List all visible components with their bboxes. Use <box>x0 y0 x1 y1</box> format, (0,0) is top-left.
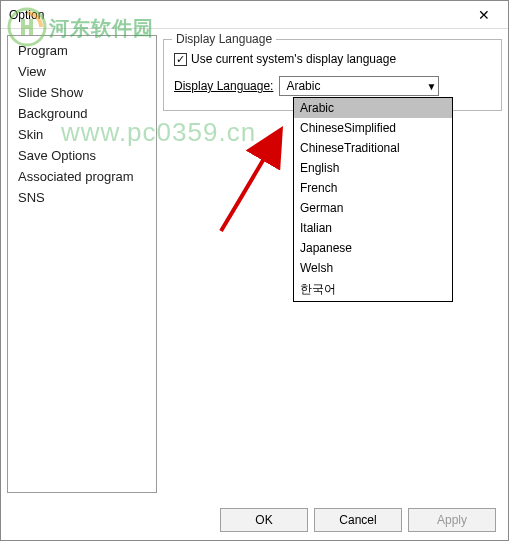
cancel-button[interactable]: Cancel <box>314 508 402 532</box>
sidebar-item-slide-show[interactable]: Slide Show <box>8 82 156 103</box>
dropdown-item-italian[interactable]: Italian <box>294 218 452 238</box>
sidebar-item-skin[interactable]: Skin <box>8 124 156 145</box>
display-language-value: Arabic <box>286 79 320 93</box>
display-language-select[interactable]: Arabic ▼ <box>279 76 439 96</box>
use-system-language-label: Use current system's display language <box>191 52 396 66</box>
sidebar-item-program[interactable]: Program <box>8 40 156 61</box>
close-icon: ✕ <box>478 7 490 23</box>
apply-button: Apply <box>408 508 496 532</box>
display-language-label: Display Language: <box>174 79 273 93</box>
dropdown-item-korean[interactable]: 한국어 <box>294 278 452 301</box>
window-title: Option <box>9 8 44 22</box>
sidebar-item-view[interactable]: View <box>8 61 156 82</box>
close-button[interactable]: ✕ <box>464 2 504 28</box>
dropdown-item-chinesesimplified[interactable]: ChineseSimplified <box>294 118 452 138</box>
ok-button[interactable]: OK <box>220 508 308 532</box>
dropdown-item-japanese[interactable]: Japanese <box>294 238 452 258</box>
fieldset-legend: Display Language <box>172 32 276 46</box>
dropdown-item-welsh[interactable]: Welsh <box>294 258 452 278</box>
use-system-language-row[interactable]: ✓ Use current system's display language <box>174 52 491 66</box>
dropdown-item-arabic[interactable]: Arabic <box>294 98 452 118</box>
use-system-language-checkbox[interactable]: ✓ <box>174 53 187 66</box>
dropdown-item-chinesetraditional[interactable]: ChineseTraditional <box>294 138 452 158</box>
sidebar: Program View Slide Show Background Skin … <box>7 35 157 493</box>
sidebar-item-sns[interactable]: SNS <box>8 187 156 208</box>
dropdown-item-french[interactable]: French <box>294 178 452 198</box>
display-language-dropdown: Arabic ChineseSimplified ChineseTraditio… <box>293 97 453 302</box>
sidebar-item-save-options[interactable]: Save Options <box>8 145 156 166</box>
dialog-buttons: OK Cancel Apply <box>220 508 496 532</box>
sidebar-item-associated-program[interactable]: Associated program <box>8 166 156 187</box>
dropdown-item-english[interactable]: English <box>294 158 452 178</box>
sidebar-item-background[interactable]: Background <box>8 103 156 124</box>
dropdown-item-german[interactable]: German <box>294 198 452 218</box>
chevron-down-icon: ▼ <box>427 81 437 92</box>
main-panel: Display Language ✓ Use current system's … <box>163 35 502 493</box>
titlebar: Option ✕ <box>1 1 508 29</box>
check-icon: ✓ <box>176 54 185 65</box>
